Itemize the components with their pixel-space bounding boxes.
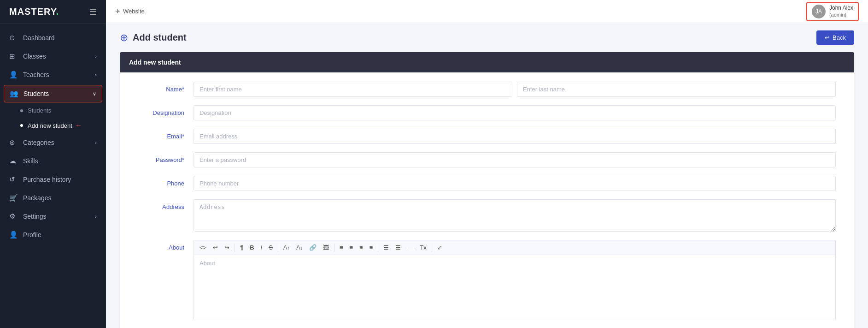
sub-dot [20, 124, 23, 127]
rte-hr-btn[interactable]: — [405, 242, 416, 253]
sidebar-item-label: Purchase history [23, 176, 71, 183]
form-row-phone: Phone [138, 176, 836, 191]
rte-fullscreen-btn[interactable]: ⤢ [434, 242, 445, 253]
rte-align-left-btn[interactable]: ≡ [337, 242, 346, 253]
chevron-right-icon: › [95, 214, 97, 219]
rte-italic-btn[interactable]: I [258, 242, 265, 253]
designation-inputs [194, 105, 836, 120]
rte-bold-btn[interactable]: B [247, 242, 257, 253]
website-label: Website [123, 8, 145, 15]
user-badge[interactable]: JA John Alex (admin) [806, 2, 859, 21]
logo-dot: . [56, 6, 59, 17]
rte-align-right-btn[interactable]: ≡ [357, 242, 366, 253]
form-row-name: Name* [138, 82, 836, 97]
email-input[interactable] [194, 129, 836, 144]
sidebar-item-profile[interactable]: 👤 Profile [0, 226, 106, 244]
sidebar-sub-label: Add new student [28, 122, 72, 129]
user-role: (admin) [829, 12, 853, 18]
sidebar-item-teachers[interactable]: 👤 Teachers › [0, 66, 106, 84]
topbar: ✈ Website JA John Alex (admin) [106, 0, 868, 23]
main-area: ✈ Website JA John Alex (admin) ⊕ Add stu… [106, 0, 868, 328]
first-name-input[interactable] [194, 82, 512, 97]
rte-separator [334, 244, 334, 252]
phone-inputs [194, 176, 836, 191]
rte-superscript-btn[interactable]: A↑ [281, 242, 293, 253]
about-inputs: <> ↩ ↪ ¶ B I S A↑ A↓ � [194, 240, 836, 320]
sidebar-sub-label: Students [28, 107, 51, 114]
password-input[interactable] [194, 152, 836, 167]
designation-label: Designation [138, 105, 194, 116]
dashboard-icon: ⊙ [9, 34, 18, 42]
sidebar-sub-students[interactable]: Students [0, 103, 106, 118]
rte-separator [235, 244, 235, 252]
rte-clear-format-btn[interactable]: Tx [417, 242, 429, 253]
name-label: Name* [138, 82, 194, 93]
form-section-title: Add new student [129, 59, 181, 66]
sidebar: MASTERY. ☰ ⊙ Dashboard ⊞ Classes › 👤 Tea… [0, 0, 106, 328]
sidebar-item-categories[interactable]: ⊛ Categories › [0, 133, 106, 152]
form-row-address: Address [138, 199, 836, 232]
hamburger-icon[interactable]: ☰ [89, 7, 97, 17]
red-arrow-icon: ← [75, 121, 82, 130]
about-placeholder: About [199, 260, 215, 267]
password-label: Password* [138, 152, 194, 163]
website-nav-icon: ✈ [115, 8, 120, 15]
back-button[interactable]: ↩ Back [816, 30, 854, 45]
designation-input[interactable] [194, 105, 836, 120]
rte-subscript-btn[interactable]: A↓ [293, 242, 305, 253]
topbar-website-link[interactable]: ✈ Website [115, 8, 145, 15]
about-content[interactable]: About [194, 255, 835, 320]
sidebar-item-packages[interactable]: 🛒 Packages [0, 189, 106, 207]
rte-link-btn[interactable]: 🔗 [306, 242, 319, 253]
rte-strikethrough-btn[interactable]: S [266, 242, 276, 253]
sidebar-item-dashboard[interactable]: ⊙ Dashboard [0, 29, 106, 47]
rte-undo-btn[interactable]: ↩ [210, 242, 221, 253]
students-icon: 👥 [10, 89, 19, 98]
sidebar-item-label: Profile [23, 231, 41, 239]
address-inputs [194, 199, 836, 232]
sidebar-item-classes[interactable]: ⊞ Classes › [0, 47, 106, 66]
rte-code-btn[interactable]: <> [197, 242, 209, 253]
phone-input[interactable] [194, 176, 836, 191]
rte-unordered-list-btn[interactable]: ☰ [381, 242, 392, 253]
sidebar-item-label: Packages [23, 194, 51, 202]
form-body: Name* Designation Email* [120, 72, 854, 328]
page-header: ⊕ Add student ↩ Back [106, 23, 868, 52]
sidebar-nav: ⊙ Dashboard ⊞ Classes › 👤 Teachers › 👥 S… [0, 24, 106, 328]
back-icon: ↩ [825, 34, 830, 41]
form-row-designation: Designation [138, 105, 836, 120]
chevron-right-icon: › [95, 72, 97, 78]
sidebar-item-students[interactable]: 👥 Students ∨ [4, 85, 102, 102]
sidebar-item-label: Classes [23, 53, 46, 60]
address-input[interactable] [194, 199, 836, 232]
purchase-history-icon: ↺ [9, 175, 18, 184]
sidebar-item-label: Teachers [23, 71, 49, 78]
page-title-row: ⊕ Add student [120, 32, 187, 44]
form-row-email: Email* [138, 129, 836, 144]
form-row-password: Password* [138, 152, 836, 167]
rich-text-editor: <> ↩ ↪ ¶ B I S A↑ A↓ � [194, 240, 836, 320]
rte-ordered-list-btn[interactable]: ☰ [393, 242, 404, 253]
sidebar-item-skills[interactable]: ☁ Skills [0, 152, 106, 170]
name-inputs [194, 82, 836, 97]
address-label: Address [138, 199, 194, 210]
last-name-input[interactable] [517, 82, 836, 97]
rte-image-btn[interactable]: 🖼 [320, 242, 332, 253]
rte-redo-btn[interactable]: ↪ [222, 242, 232, 253]
back-label: Back [833, 34, 846, 41]
about-label: About [138, 240, 194, 251]
settings-icon: ⚙ [9, 212, 18, 221]
sidebar-item-label: Dashboard [23, 34, 55, 42]
sidebar-item-purchase-history[interactable]: ↺ Purchase history [0, 170, 106, 189]
form-card: Add new student Name* Designation [120, 52, 854, 328]
chevron-right-icon: › [95, 54, 97, 59]
rte-separator [378, 244, 378, 252]
page-title: Add student [133, 32, 187, 43]
rte-align-center-btn[interactable]: ≡ [347, 242, 356, 253]
rte-separator [278, 244, 278, 252]
rte-align-justify-btn[interactable]: ≡ [367, 242, 376, 253]
sidebar-item-settings[interactable]: ⚙ Settings › [0, 207, 106, 226]
teachers-icon: 👤 [9, 71, 18, 79]
rte-paragraph-btn[interactable]: ¶ [237, 242, 246, 253]
sidebar-sub-add-student[interactable]: Add new student ← [0, 118, 106, 133]
